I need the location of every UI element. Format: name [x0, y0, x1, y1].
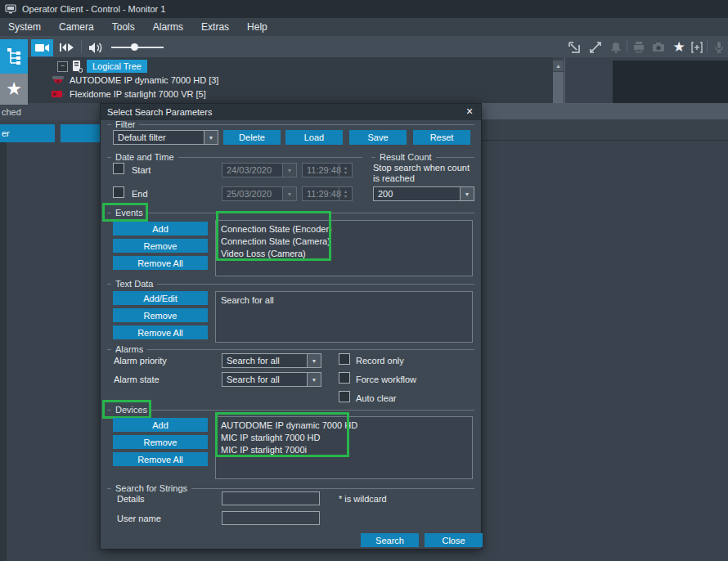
- dialog-title-bar[interactable]: Select Search Parameters: [101, 104, 481, 120]
- tree-node-autodome[interactable]: AUTODOME IP dynamic 7000 HD [3]: [51, 74, 218, 87]
- start-checkbox[interactable]: [113, 163, 124, 174]
- chevron-down-icon[interactable]: ▼: [460, 187, 474, 200]
- alarm-bell-icon: [609, 40, 623, 55]
- chevron-down-icon[interactable]: ▼: [282, 164, 296, 177]
- result-count-hint: Stop search when count is reached: [373, 163, 473, 184]
- details-label: Details: [117, 494, 145, 504]
- start-date-picker[interactable]: 24/03/2020 ▼: [222, 163, 297, 177]
- app-monitor-icon: [5, 4, 16, 14]
- auto-clear-checkbox[interactable]: [339, 391, 350, 402]
- devices-remove-all-button[interactable]: Remove All: [113, 452, 208, 466]
- volume-slider-knob[interactable]: [131, 43, 138, 51]
- tree-root-label[interactable]: Logical Tree: [87, 60, 147, 73]
- delete-filter-button[interactable]: Delete: [223, 130, 281, 145]
- user-name-label: User name: [117, 514, 161, 523]
- force-workflow-checkbox[interactable]: [339, 372, 350, 384]
- background-partial-button[interactable]: er: [0, 124, 55, 142]
- alarm-priority-label: Alarm priority: [114, 356, 167, 366]
- logical-tree-tab[interactable]: [0, 39, 28, 74]
- list-item[interactable]: Connection State (Camera): [221, 236, 467, 248]
- load-filter-button[interactable]: Load: [285, 130, 343, 145]
- menu-camera[interactable]: Camera: [59, 21, 94, 33]
- list-item[interactable]: MIC IP starlight 7000 HD: [221, 432, 467, 444]
- menu-help[interactable]: Help: [247, 21, 267, 33]
- text-data-remove-all-button[interactable]: Remove All: [113, 325, 208, 339]
- chevron-down-icon[interactable]: ▼: [307, 354, 321, 367]
- instant-playback-icon[interactable]: [57, 40, 77, 55]
- events-group-header: Events: [107, 208, 474, 218]
- list-item[interactable]: MIC IP starlight 7000i: [221, 444, 467, 456]
- devices-list[interactable]: AUTODOME IP dynamic 7000 HD MIC IP starl…: [215, 416, 473, 479]
- logical-tree-root-icon: [72, 60, 83, 73]
- user-name-input[interactable]: [222, 511, 320, 525]
- dialog-close-icon[interactable]: ×: [463, 105, 476, 118]
- list-item[interactable]: Connection State (Encoder): [221, 223, 467, 236]
- filter-group-header: Filter: [107, 119, 474, 129]
- alarm-state-dropdown[interactable]: Search for all ▼: [222, 372, 321, 387]
- maximize-icon[interactable]: [588, 40, 603, 55]
- scrollbar-up-button[interactable]: ▲: [553, 61, 564, 71]
- events-remove-button[interactable]: Remove: [113, 239, 208, 253]
- menu-alarms[interactable]: Alarms: [153, 21, 183, 33]
- background-results-band: [482, 119, 728, 141]
- events-list[interactable]: Connection State (Encoder) Connection St…: [215, 220, 473, 276]
- add-to-image-window-icon[interactable]: [690, 40, 704, 55]
- dome-camera-icon: [51, 75, 65, 86]
- start-time-spinner[interactable]: 11:29:48 ▴▾: [302, 163, 353, 177]
- video-camera-button[interactable]: [31, 39, 53, 56]
- list-item[interactable]: Video Loss (Camera): [221, 248, 467, 260]
- alarm-priority-dropdown[interactable]: Search for all ▼: [222, 353, 321, 368]
- menu-extras[interactable]: Extras: [201, 21, 229, 33]
- chevron-down-icon[interactable]: ▼: [204, 131, 218, 144]
- restore-layout-icon[interactable]: [567, 40, 582, 55]
- details-input[interactable]: [222, 491, 320, 505]
- text-data-remove-button[interactable]: Remove: [113, 308, 208, 322]
- force-workflow-label: Force workflow: [356, 375, 416, 384]
- record-only-checkbox[interactable]: [339, 353, 350, 365]
- favorites-tree-tab[interactable]: ★: [0, 74, 28, 105]
- close-button[interactable]: Close: [425, 533, 483, 547]
- start-label: Start: [132, 165, 151, 175]
- list-item[interactable]: Search for all: [221, 294, 467, 307]
- end-checkbox[interactable]: [113, 186, 124, 198]
- list-item[interactable]: AUTODOME IP dynamic 7000 HD: [221, 420, 467, 432]
- collapse-expander-icon[interactable]: −: [57, 61, 68, 72]
- end-label: End: [132, 189, 148, 199]
- background-partial-button-2[interactable]: [61, 124, 100, 142]
- tree-node-flexidome[interactable]: Flexidome IP starlight 7000 VR [5]: [51, 88, 206, 101]
- image-pane: [613, 61, 728, 103]
- panel-divider: [564, 57, 565, 103]
- snapshot-camera-icon: [651, 40, 666, 55]
- operator-client-window: Operator Client - Control - Monitor 1 Sy…: [0, 0, 728, 561]
- spinner-arrows-icon[interactable]: ▴▾: [339, 187, 352, 200]
- devices-remove-button[interactable]: Remove: [113, 435, 208, 449]
- menu-system[interactable]: System: [8, 21, 41, 33]
- filter-dropdown[interactable]: Default filter ▼: [113, 130, 218, 145]
- chevron-down-icon[interactable]: ▼: [282, 187, 296, 200]
- events-add-button[interactable]: Add: [113, 222, 208, 236]
- reset-filter-button[interactable]: Reset: [413, 130, 470, 145]
- events-remove-all-button[interactable]: Remove All: [113, 256, 208, 270]
- tree-node-logical-tree[interactable]: − Logical Tree: [57, 59, 147, 74]
- print-icon: [631, 40, 646, 55]
- speaker-icon[interactable]: [87, 40, 105, 55]
- record-only-label: Record only: [356, 356, 404, 366]
- menu-tools[interactable]: Tools: [112, 21, 135, 33]
- scrollbar-thumb[interactable]: [553, 72, 564, 103]
- search-button[interactable]: Search: [361, 533, 419, 547]
- favorite-star-icon[interactable]: ★: [671, 38, 687, 55]
- end-date-picker[interactable]: 25/03/2020 ▼: [222, 186, 297, 201]
- chevron-down-icon[interactable]: ▼: [307, 373, 321, 386]
- text-data-add-edit-button[interactable]: Add/Edit: [113, 291, 208, 305]
- background-results-header: [482, 103, 728, 119]
- tree-item-label: Flexidome IP starlight 7000 VR [5]: [70, 89, 206, 99]
- datetime-group-header: Date and Time: [107, 152, 362, 162]
- menu-bar: System Camera Tools Alarms Extras Help: [0, 18, 728, 36]
- dialog-title: Select Search Parameters: [107, 107, 212, 117]
- spinner-arrows-icon[interactable]: ▴▾: [339, 164, 352, 177]
- result-count-dropdown[interactable]: 200 ▼: [373, 186, 474, 201]
- devices-add-button[interactable]: Add: [113, 418, 208, 432]
- save-filter-button[interactable]: Save: [349, 130, 407, 145]
- end-time-spinner[interactable]: 11:29:48 ▴▾: [302, 186, 353, 201]
- text-data-list[interactable]: Search for all: [215, 291, 473, 343]
